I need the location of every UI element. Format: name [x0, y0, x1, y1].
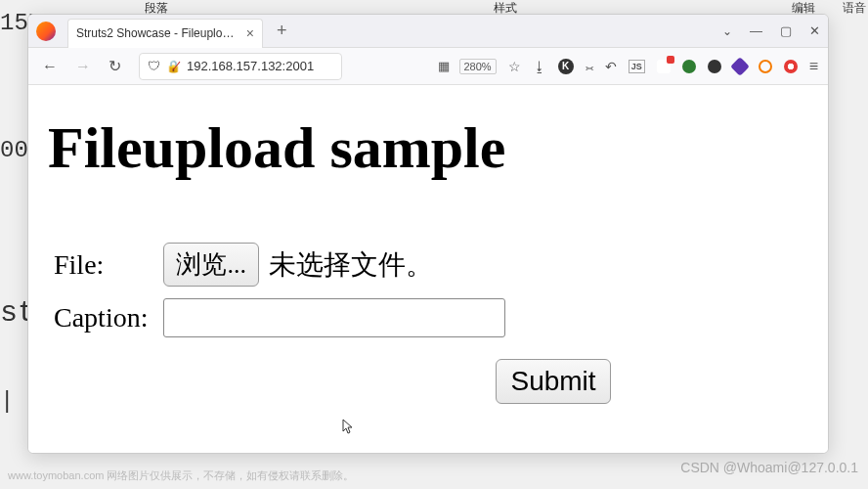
insecure-lock-icon[interactable]: 🔒̸ — [166, 60, 181, 73]
page-title: Fileupload sample — [48, 114, 808, 182]
caption-input[interactable] — [163, 298, 505, 337]
tab-list-chevron-icon[interactable]: ⌄ — [722, 24, 732, 38]
maximize-button[interactable]: ▢ — [780, 23, 792, 38]
extension-k-icon[interactable]: K — [558, 59, 574, 74]
watermark-bottom-left: www.toymoban.com 网络图片仅供展示，不存储，如有侵权请联系删除。 — [8, 468, 354, 483]
page-content: Fileupload sample File: 浏览... 未选择文件。 Cap… — [28, 85, 828, 453]
extension-badge-icon[interactable] — [657, 60, 671, 73]
extension-purple-icon[interactable] — [730, 57, 750, 76]
new-tab-button[interactable]: + — [271, 21, 293, 41]
submit-row: Submit — [54, 349, 611, 404]
browser-window: Struts2 Showcase - Fileupload sa × + ⌄ ―… — [27, 14, 829, 454]
bookmark-star-icon[interactable]: ☆ — [508, 59, 521, 74]
js-toggle-icon[interactable]: JS — [629, 60, 645, 73]
extension-opera-icon[interactable] — [784, 60, 798, 73]
shield-icon[interactable]: 🛡 — [148, 59, 160, 73]
file-status-text: 未选择文件。 — [269, 246, 433, 284]
download-icon[interactable]: ⭳ — [533, 59, 546, 74]
minimize-button[interactable]: ― — [750, 23, 762, 38]
file-label: File: — [54, 243, 157, 287]
undo-icon[interactable]: ↶ — [605, 59, 617, 74]
url-text: 192.168.157.132:2001 — [187, 59, 333, 73]
tab-title: Struts2 Showcase - Fileupload sa — [76, 26, 240, 40]
browser-tab[interactable]: Struts2 Showcase - Fileupload sa × — [67, 19, 263, 48]
close-button[interactable]: ✕ — [809, 23, 820, 38]
zoom-level[interactable]: 280% — [459, 59, 497, 74]
qr-icon[interactable]: ▦ — [438, 59, 448, 73]
tab-bar: Struts2 Showcase - Fileupload sa × + ⌄ ―… — [28, 15, 828, 48]
bg-fragment: 00 — [0, 137, 28, 163]
reload-button[interactable]: ↻ — [105, 53, 125, 79]
caption-label: Caption: — [54, 298, 157, 337]
upload-form: File: 浏览... 未选择文件。 Caption: Submit — [48, 231, 617, 416]
submit-button[interactable]: Submit — [496, 359, 610, 404]
back-button[interactable]: ← — [38, 54, 62, 79]
caption-row: Caption: — [54, 298, 611, 337]
firefox-logo-icon — [36, 22, 56, 41]
crop-icon[interactable]: ⟗ — [586, 59, 593, 74]
watermark-bottom-right: CSDN @Whoami@127.0.0.1 — [680, 460, 858, 475]
toolbar: ← → ↻ 🛡 🔒̸ 192.168.157.132:2001 ▦ 280% ☆… — [28, 48, 828, 85]
hamburger-menu-icon[interactable]: ≡ — [809, 58, 818, 75]
browse-button[interactable]: 浏览... — [163, 243, 259, 287]
window-controls: ⌄ ― ▢ ✕ — [722, 23, 820, 38]
os-menu-item: 语音 — [843, 0, 866, 17]
extension-dark-icon[interactable] — [708, 60, 721, 73]
extension-green-icon[interactable] — [682, 60, 696, 73]
extension-circle-icon[interactable] — [759, 60, 772, 73]
url-bar[interactable]: 🛡 🔒̸ 192.168.157.132:2001 — [139, 53, 342, 80]
tab-close-icon[interactable]: × — [246, 25, 254, 41]
file-row: File: 浏览... 未选择文件。 — [54, 243, 611, 287]
forward-button[interactable]: → — [71, 54, 95, 79]
